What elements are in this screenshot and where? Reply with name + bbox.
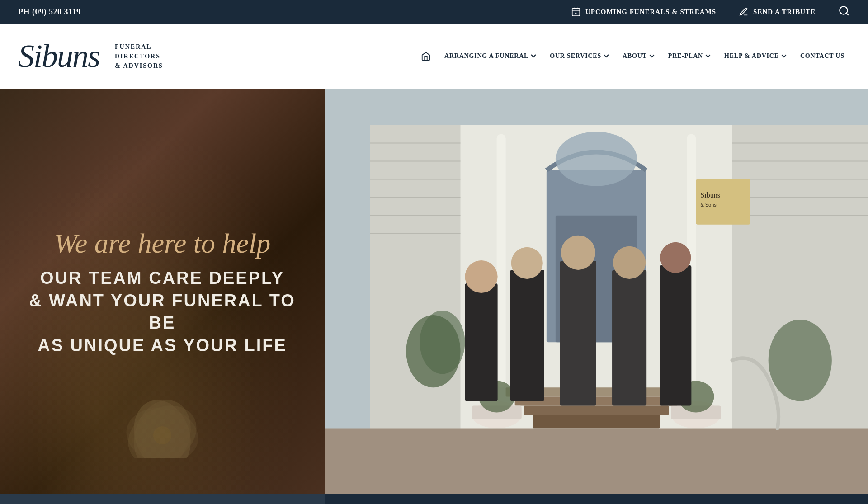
team-photo: Sibuns & Sons — [325, 89, 868, 494]
svg-point-54 — [613, 246, 646, 279]
nav-help-label: HELP & ADVICE — [724, 52, 779, 60]
svg-point-59 — [769, 320, 832, 401]
send-tribute-label: SEND A TRIBUTE — [753, 8, 816, 16]
hero-right-panel: Sibuns & Sons — [325, 89, 868, 494]
bottom-right — [325, 494, 868, 504]
hero-section: We are here to help OUR TEAM CARE DEEPLY… — [0, 89, 868, 494]
hero-bold-text: OUR TEAM CARE DEEPLY & WANT YOUR FUNERAL… — [18, 267, 307, 357]
svg-rect-49 — [510, 270, 544, 401]
logo-area[interactable]: Sibuns FUNERAL DIRECTORS & ADVISORS — [18, 40, 181, 72]
hero-script-text: We are here to help — [18, 226, 307, 260]
svg-point-11 — [153, 426, 171, 444]
svg-rect-47 — [465, 283, 498, 401]
svg-marker-4 — [575, 13, 577, 14]
hero-text-block: We are here to help OUR TEAM CARE DEEPLY… — [0, 208, 325, 375]
svg-point-52 — [561, 236, 595, 270]
search-button[interactable] — [838, 5, 850, 19]
tribute-icon — [739, 7, 749, 17]
svg-point-5 — [840, 6, 847, 14]
svg-rect-53 — [612, 270, 646, 405]
logo-tagline: FUNERAL DIRECTORS & ADVISORS — [108, 42, 163, 71]
nav-arranging-label: ARRANGING A FUNERAL — [444, 52, 528, 60]
main-nav: ARRANGING A FUNERAL OUR SERVICES ABOUT P… — [415, 47, 850, 65]
chevron-down-icon — [781, 53, 787, 59]
upcoming-funerals-link[interactable]: UPCOMING FUNERALS & STREAMS — [571, 7, 716, 17]
svg-rect-21 — [732, 125, 868, 464]
chevron-down-icon — [604, 53, 609, 59]
chevron-down-icon — [649, 53, 655, 59]
logo-line3: & ADVISORS — [115, 61, 163, 71]
send-tribute-link[interactable]: SEND A TRIBUTE — [739, 7, 816, 17]
svg-point-56 — [660, 242, 691, 273]
flower-decoration — [94, 367, 230, 458]
logo-line1: FUNERAL — [115, 42, 163, 52]
nav-home[interactable] — [415, 47, 436, 65]
bottom-section — [0, 494, 868, 504]
hero-line3: AS UNIQUE AS YOUR LIFE — [18, 334, 307, 357]
nav-arranging-funeral[interactable]: ARRANGING A FUNERAL — [439, 49, 542, 63]
nav-contact-label: CONTACT US — [800, 52, 844, 60]
svg-line-6 — [846, 13, 849, 15]
svg-point-48 — [465, 260, 498, 293]
bottom-left — [0, 494, 325, 504]
nav-our-services[interactable]: OUR SERVICES — [544, 49, 614, 63]
logo-script: Sibuns — [18, 40, 99, 72]
svg-rect-36 — [533, 415, 660, 428]
chevron-down-icon — [705, 53, 711, 59]
svg-rect-35 — [524, 405, 669, 415]
calendar-icon — [571, 7, 581, 17]
nav-about[interactable]: ABOUT — [617, 49, 660, 63]
hero-line2: & WANT YOUR FUNERAL TO BE — [18, 290, 307, 334]
chevron-down-icon — [531, 53, 536, 59]
nav-preplan[interactable]: PRE-PLAN — [663, 49, 716, 63]
svg-rect-27 — [497, 134, 506, 387]
nav-help-advice[interactable]: HELP & ADVICE — [719, 49, 792, 63]
svg-rect-14 — [370, 125, 460, 464]
home-icon — [421, 51, 431, 61]
top-bar: PH (09) 520 3119 UPCOMING FUNERALS & STR… — [0, 0, 868, 24]
nav-about-label: ABOUT — [623, 52, 647, 60]
svg-rect-51 — [560, 261, 596, 406]
hero-left-panel: We are here to help OUR TEAM CARE DEEPLY… — [0, 89, 325, 494]
svg-point-58 — [420, 311, 465, 374]
header: Sibuns FUNERAL DIRECTORS & ADVISORS ARRA… — [0, 24, 868, 89]
svg-point-50 — [511, 247, 543, 279]
top-bar-right: UPCOMING FUNERALS & STREAMS SEND A TRIBU… — [571, 5, 850, 19]
svg-rect-46 — [325, 429, 868, 494]
hero-line1: OUR TEAM CARE DEEPLY — [18, 267, 307, 289]
svg-rect-0 — [572, 9, 580, 16]
svg-text:Sibuns: Sibuns — [700, 191, 720, 199]
nav-preplan-label: PRE-PLAN — [668, 52, 703, 60]
nav-contact-us[interactable]: CONTACT US — [795, 49, 850, 63]
logo-line2: DIRECTORS — [115, 52, 163, 61]
svg-text:& Sons: & Sons — [700, 202, 717, 207]
svg-point-30 — [556, 132, 637, 186]
upcoming-funerals-label: UPCOMING FUNERALS & STREAMS — [585, 8, 716, 16]
building-svg: Sibuns & Sons — [325, 89, 868, 494]
search-icon — [838, 5, 850, 17]
phone-number: PH (09) 520 3119 — [18, 7, 81, 17]
nav-services-label: OUR SERVICES — [550, 52, 601, 60]
svg-rect-55 — [660, 265, 691, 406]
